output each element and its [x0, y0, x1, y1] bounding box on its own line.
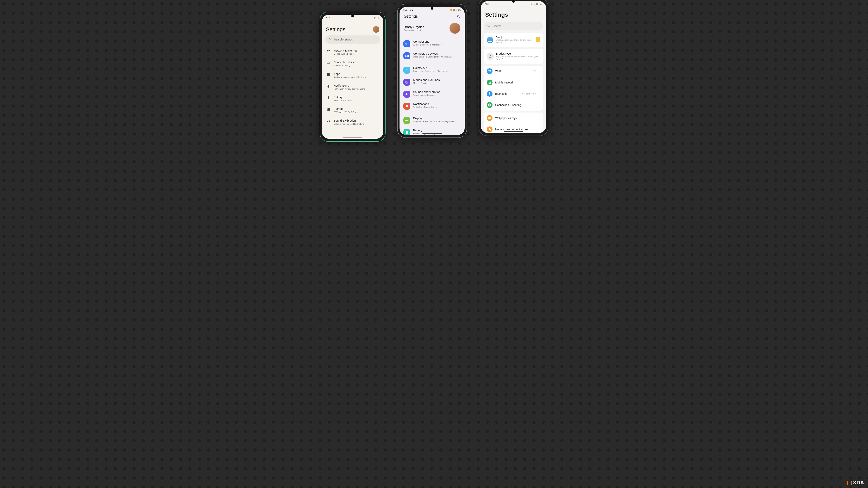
devices-icon	[403, 52, 410, 59]
chevron-right-icon: ›	[539, 104, 540, 106]
settings-item-sound[interactable]: Sounds and vibration Sound mode • Ringto…	[400, 88, 465, 100]
item-sub: Assistant, recent apps, default apps	[334, 76, 379, 78]
screen: 8:32 ◎ ▲ ▮ Settings Search settings Netw…	[322, 15, 383, 139]
item-title: Connected devices	[334, 61, 379, 64]
battery-icon	[326, 96, 331, 100]
item-title: Sound & vibration	[334, 119, 379, 122]
item-title: Notifications	[413, 102, 461, 105]
sound-icon	[403, 91, 410, 98]
settings-item-apps[interactable]: Apps Assistant, recent apps, default app…	[326, 70, 380, 81]
sound-icon	[326, 120, 331, 123]
account-sub: Samsung account	[404, 29, 447, 31]
settings-item-signal[interactable]: Mobile network ›	[484, 77, 543, 88]
display-icon	[403, 117, 410, 124]
settings-item-bell[interactable]: Notifications Notification history, conv…	[326, 81, 380, 93]
item-title: Modes and Routines	[413, 78, 461, 82]
apps-icon	[326, 73, 331, 76]
phone-pixel: 8:32 ◎ ▲ ▮ Settings Search settings Netw…	[320, 11, 385, 142]
search-placeholder: Search	[493, 24, 501, 28]
item-value: Not connected	[522, 93, 535, 95]
person-icon	[487, 53, 494, 60]
item-sub: Volume, haptics, Do Not Disturb	[334, 123, 379, 125]
account-card[interactable]: BradySnyder Enjoy exclusive benefits and…	[484, 49, 543, 64]
settings-item-storage[interactable]: Storage 28% used - 91.94 GB free	[326, 104, 380, 116]
home-bar[interactable]	[504, 131, 523, 132]
share-icon	[487, 102, 493, 108]
item-title: Connection & sharing	[495, 103, 535, 106]
search-placeholder: Search settings	[334, 38, 353, 41]
watermark-text: XDA	[853, 480, 864, 486]
page-title: Settings	[485, 7, 542, 18]
settings-list: Connections Wi-Fi • Bluetooth • SIM mana…	[400, 38, 465, 135]
account-sub: Enjoy exclusive benefits and services de…	[496, 55, 540, 60]
item-title: Storage	[334, 107, 379, 110]
settings-item-display[interactable]: Display Brightness • Eye comfort shield …	[400, 114, 465, 126]
settings-item-battery[interactable]: Battery 27% - Until 2:15 AM	[326, 93, 380, 104]
search-input[interactable]: Search settings	[325, 35, 380, 43]
home-bar[interactable]	[423, 133, 442, 134]
header: Settings	[322, 26, 383, 33]
account-name: Brady Snyder	[404, 25, 447, 29]
camera-hole	[351, 15, 354, 18]
wifi-icon	[403, 40, 410, 47]
storage-icon	[326, 108, 331, 111]
settings-item-wifi[interactable]: Connections Wi-Fi • Bluetooth • SIM mana…	[400, 38, 465, 50]
item-sub: Status bar • Do not disturb	[413, 106, 461, 108]
settings-item-devices[interactable]: Connected devices Bluetooth, pairing	[326, 58, 380, 69]
folder-icon	[536, 37, 540, 42]
settings-item-bell[interactable]: Notifications Status bar • Do not distur…	[400, 100, 465, 112]
item-title: Wallpapers & style	[495, 117, 535, 120]
signal-icon	[487, 79, 493, 86]
home-icon	[487, 126, 493, 132]
chevron-right-icon: ›	[539, 81, 540, 84]
promo-card[interactable]: Omoji Create an animated Omoji as unique…	[484, 33, 543, 47]
settings-item-share[interactable]: Connection & sharing ›	[484, 99, 543, 110]
avatar[interactable]	[450, 23, 460, 34]
item-sub: Wi-Fi • Bluetooth • SIM manager	[413, 43, 461, 46]
header: Settings	[400, 12, 465, 19]
watermark-bracket-icon: [ ]	[847, 480, 852, 486]
promo-sub: Create an animated Omoji as unique as yo…	[496, 39, 534, 44]
settings-item-sparkle[interactable]: Galaxy AI Chat assist • Note assist • Ph…	[400, 64, 465, 76]
settings-item-wifi[interactable]: Network & internet Mobile, Wi-Fi, hotspo…	[326, 46, 380, 58]
settings-group-personalization: Wallpapers & style › Home screen & Lock …	[484, 112, 543, 133]
settings-item-bluetooth[interactable]: Bluetooth Not connected ›	[484, 88, 543, 99]
chevron-right-icon: ›	[539, 70, 540, 72]
settings-item-devices[interactable]: Connected devices Quick Share • Samsung …	[400, 50, 465, 62]
item-sub: Mobile, Wi-Fi, hotspot	[334, 53, 379, 55]
account-row[interactable]: Brady Snyder Samsung account	[400, 19, 465, 38]
status-right: 📶 5G ⚡ 3%	[450, 9, 461, 11]
watermark: [ ] XDA	[847, 480, 864, 486]
avatar[interactable]	[373, 26, 379, 33]
phone-oppo: 7:33 🔋 ⚡ 📳 15% Settings Search Omoji Cre…	[478, 0, 548, 136]
item-sub: Brightness • Eye comfort shield • Naviga…	[413, 120, 461, 123]
status-icons: ◎ ▲ ▮	[374, 17, 379, 19]
item-value: Off	[533, 70, 535, 72]
item-title: Battery	[413, 129, 461, 132]
settings-item-modes[interactable]: Modes and Routines Modes • Routines	[400, 76, 465, 88]
settings-list: Network & internet Mobile, Wi-Fi, hotspo…	[322, 46, 383, 128]
item-title: Galaxy AI	[413, 66, 461, 69]
search-input[interactable]: Search	[484, 22, 543, 30]
search-icon	[328, 38, 332, 41]
alert-dot-icon	[426, 67, 427, 68]
home-bar[interactable]	[343, 137, 362, 137]
item-title: Battery	[334, 96, 379, 99]
item-title: Mobile network	[495, 81, 535, 84]
item-sub: 27% - Until 2:15 AM	[334, 99, 379, 102]
settings-item-sound[interactable]: Sound & vibration Volume, haptics, Do No…	[326, 117, 380, 128]
settings-group-connectivity: Wi-Fi Off › Mobile network › Bluetooth N…	[484, 66, 543, 110]
page-title: Settings	[326, 26, 345, 33]
chevron-right-icon: ›	[539, 117, 540, 119]
battery-icon	[403, 129, 410, 135]
search-icon[interactable]	[457, 15, 460, 18]
settings-item-wifi[interactable]: Wi-Fi Off ›	[484, 66, 543, 77]
palette-icon	[487, 115, 493, 121]
item-title: Notifications	[334, 84, 379, 87]
screen: 7:33 🔋 ⚡ 📳 15% Settings Search Omoji Cre…	[481, 1, 546, 133]
omoji-icon	[487, 37, 493, 43]
account-name: BradySnyder	[496, 52, 540, 55]
settings-item-palette[interactable]: Wallpapers & style ›	[484, 112, 543, 124]
phone-samsung: 5:52 ⬆ ⬆ ▣ • 📶 5G ⚡ 3% Settings Brady Sn…	[397, 4, 467, 138]
item-title: Connections	[413, 40, 461, 43]
